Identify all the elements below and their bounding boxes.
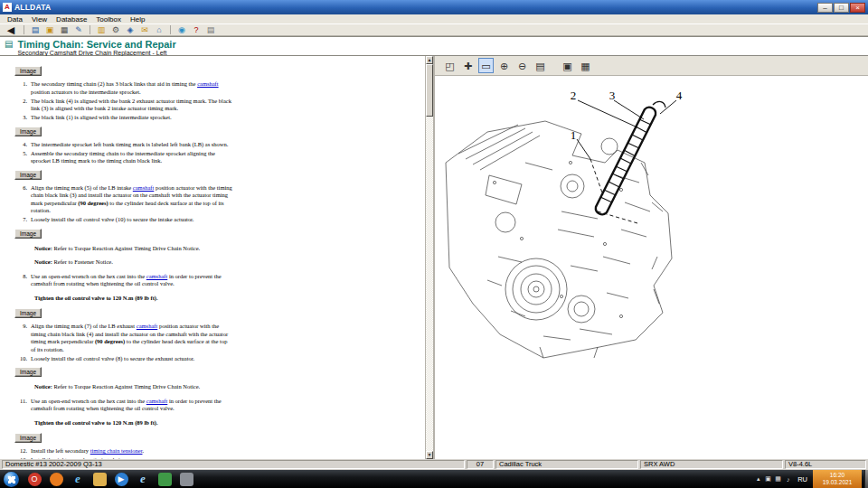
internet-explorer-icon[interactable]: e — [71, 473, 85, 486]
close-button[interactable]: × — [850, 3, 865, 13]
vertical-scrollbar[interactable]: ▲ ▼ — [425, 56, 433, 459]
fit-zoom-icon[interactable]: ◰ — [442, 58, 458, 73]
text-segment: Refer to Fastener Notice. — [52, 258, 113, 265]
back-icon[interactable]: ◀ — [3, 24, 19, 35]
main-toolbar: ◀▤▣▦✎▥⚙◈✉⌂◉?▤ — [0, 24, 868, 36]
page-title: Timing Chain: Service and Repair — [17, 39, 175, 50]
scroll-down-arrow[interactable]: ▼ — [426, 451, 433, 459]
tray-display-icon[interactable]: ▣ — [764, 475, 772, 483]
language-indicator[interactable]: RU — [795, 475, 810, 483]
step-item: 6.Align the timing mark (5) of the LB in… — [14, 184, 237, 215]
report-icon[interactable]: ▤ — [204, 24, 217, 35]
step-number: 2. — [14, 98, 31, 113]
gear-icon[interactable]: ⚙ — [109, 24, 122, 35]
hyperlink[interactable]: camshaft — [197, 80, 218, 87]
tray-volume-icon[interactable]: ♪ — [784, 476, 792, 483]
minimize-button[interactable]: – — [817, 3, 833, 13]
menu-view[interactable]: View — [27, 14, 52, 24]
text-segment: (90 degrees) — [78, 200, 108, 206]
document-icon[interactable]: ▤ — [29, 24, 42, 35]
image-button[interactable]: Image — [14, 367, 42, 377]
alldata-logo-icon: A — [3, 3, 12, 12]
step-item: 2.The black link (4) is aligned with the… — [14, 98, 237, 113]
help-icon[interactable]: ? — [190, 24, 203, 35]
toolbar-separator — [24, 25, 24, 34]
image-button[interactable]: Image — [14, 433, 42, 443]
menu-database[interactable]: Database — [52, 14, 91, 24]
edit-icon[interactable]: ✎ — [72, 24, 85, 35]
step-text: The black link (1) is aligned with the i… — [31, 114, 233, 122]
parts-icon[interactable]: ◈ — [124, 24, 137, 35]
torque-spec-text: Tighten the oil control valve to 120 N.m… — [34, 419, 237, 427]
system-tray: ▴▣▦♪ RU 16:20 19.03.2021 — [754, 470, 868, 488]
menu-toolbox[interactable]: Toolbox — [91, 14, 126, 24]
text-segment: Loosely install the oil control valve (8… — [31, 355, 194, 361]
text-segment: Use an open-end wrench on the hex cast i… — [31, 273, 146, 279]
copy-icon[interactable]: ▥ — [95, 24, 108, 35]
tray-network-icon[interactable]: ▦ — [774, 475, 782, 483]
toolbar-separator — [170, 25, 171, 34]
green-app-icon[interactable] — [158, 473, 172, 486]
text-segment: Refer to Torque Reaction Against Timing … — [52, 245, 200, 251]
gray-app-icon[interactable] — [180, 473, 193, 486]
step-text: The black link (4) is aligned with the b… — [31, 98, 233, 113]
text-segment: Install the left secondary — [31, 447, 90, 454]
step-text: The intermediate sprocket left bank timi… — [31, 141, 233, 149]
image-button[interactable]: Image — [14, 170, 42, 180]
scroll-up-arrow[interactable]: ▲ — [426, 56, 433, 64]
step-text: Use an open-end wrench on the hex cast i… — [31, 273, 233, 288]
taskbar-clock[interactable]: 16:20 19.03.2021 — [813, 470, 862, 488]
callout-4: 4 — [676, 89, 683, 102]
print-icon[interactable]: ▦ — [58, 24, 71, 35]
text-segment: Notice: — [34, 245, 52, 251]
show-desktop-button[interactable] — [864, 470, 868, 488]
maximize-button[interactable]: □ — [834, 3, 849, 13]
step-number: 3. — [14, 114, 31, 122]
notice-text: Notice: Refer to Torque Reaction Against… — [34, 383, 237, 391]
envelope-icon[interactable]: ✉ — [138, 24, 151, 35]
notice-text: Notice: Refer to Torque Reaction Against… — [34, 245, 237, 253]
zoom-in-icon[interactable]: ⊕ — [496, 58, 512, 73]
image-button[interactable]: Image — [14, 308, 42, 318]
text-segment: The black link (1) is aligned with the i… — [31, 114, 172, 120]
media-player-icon[interactable]: ▶ — [115, 473, 128, 486]
tray-expand-icon[interactable]: ▴ — [754, 475, 762, 483]
pan-icon[interactable]: ✚ — [460, 58, 476, 73]
image-copy-icon[interactable]: ▣ — [560, 58, 575, 73]
image-button[interactable]: Image — [14, 127, 42, 136]
home-icon[interactable]: ⌂ — [153, 24, 165, 35]
text-segment: Notice: — [34, 258, 52, 265]
internet-explorer-light-icon[interactable]: e — [137, 473, 150, 486]
start-button[interactable] — [4, 472, 19, 487]
text-segment: Align the timing mark (7) of the LB exha… — [31, 323, 137, 329]
hyperlink[interactable]: camshaft — [146, 273, 167, 279]
hyperlink[interactable]: camshaft — [137, 323, 157, 329]
text-segment: Tighten the oil control valve to 120 N.m… — [34, 419, 158, 426]
folder-open-icon[interactable]: ▣ — [43, 24, 56, 35]
clock-date: 19.03.2021 — [823, 479, 853, 486]
step-item: 5.Assemble the secondary timing chain to… — [14, 150, 237, 165]
marquee-zoom-icon[interactable]: ▭ — [478, 58, 494, 73]
step-item: 3.The black link (1) is aligned with the… — [14, 114, 237, 122]
hyperlink[interactable]: timing chain tensioner — [90, 447, 143, 454]
print-image-icon[interactable]: ▤ — [533, 58, 548, 73]
scrollbar-thumb[interactable] — [426, 64, 433, 117]
hyperlink[interactable]: camshaft — [133, 184, 154, 191]
zoom-out-icon[interactable]: ⊖ — [514, 58, 530, 73]
menu-help[interactable]: Help — [126, 14, 149, 24]
callout-3: 3 — [609, 89, 616, 102]
menu-data[interactable]: Data — [3, 14, 27, 24]
globe-icon[interactable]: ◉ — [175, 24, 188, 35]
image-button[interactable]: Image — [14, 229, 42, 239]
step-number: 6. — [14, 184, 31, 215]
image-button[interactable]: Image — [14, 66, 42, 76]
engine-diagram-canvas[interactable]: 2 3 4 1 — [435, 76, 868, 459]
hyperlink[interactable]: camshaft — [146, 398, 167, 404]
image-export-icon[interactable]: ▦ — [578, 58, 593, 73]
firefox-icon[interactable] — [50, 473, 63, 486]
step-number: 11. — [14, 398, 31, 413]
explorer-folder-icon[interactable] — [93, 473, 107, 486]
step-number: 7. — [14, 216, 31, 224]
step-text: Loosely install the oil control valve (1… — [31, 216, 233, 224]
opera-browser-icon[interactable]: O — [28, 473, 42, 486]
